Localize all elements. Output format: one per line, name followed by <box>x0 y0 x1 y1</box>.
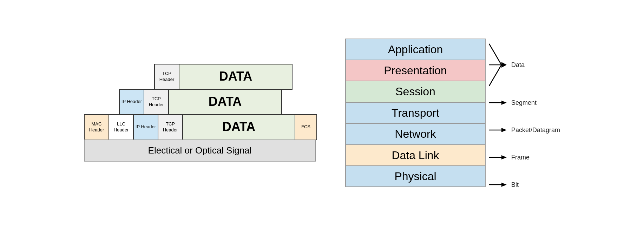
encapsulation-diagram: TCP Header DATA IP Header TCP Header DAT… <box>84 64 317 162</box>
data-label: Data <box>511 61 525 69</box>
svg-marker-11 <box>501 183 507 187</box>
segment-arrow-group: Segment <box>487 96 560 110</box>
data-arrow-group: Data <box>487 40 560 89</box>
segment-arrow-svg <box>487 96 508 110</box>
arrows-labels: Data Segment Packet/Datagram <box>487 27 560 198</box>
tcp-header-network: TCP Header <box>144 90 169 114</box>
packet-arrow-group: Packet/Datagram <box>487 123 560 137</box>
transport-row: TCP Header DATA <box>154 64 293 90</box>
layer-transport: Transport <box>345 102 486 124</box>
svg-marker-3 <box>501 62 507 68</box>
data-transport: DATA <box>179 64 292 89</box>
svg-marker-9 <box>501 155 507 159</box>
bit-arrow-svg <box>487 178 508 192</box>
signal-bar: Electical or Optical Signal <box>84 139 316 162</box>
svg-marker-7 <box>501 128 507 132</box>
layer-physical: Physical <box>345 165 486 187</box>
tcp-header-transport: TCP Header <box>155 64 179 89</box>
layer-application: Application <box>345 39 486 60</box>
segment-label: Segment <box>511 99 537 107</box>
data-network: DATA <box>169 90 281 114</box>
layer-network: Network <box>345 123 486 145</box>
data-datalink: DATA <box>183 115 295 139</box>
llc-header: LLC Header <box>109 115 134 139</box>
layer-presentation: Presentation <box>345 60 486 81</box>
osi-diagram: Application Presentation Session Transpo… <box>345 27 560 198</box>
bit-label: Bit <box>511 181 519 189</box>
frame-label: Frame <box>511 154 530 161</box>
datalink-row: MAC Header LLC Header IP Header TCP Head… <box>84 114 317 140</box>
data-arrow-svg <box>487 40 508 89</box>
packet-label: Packet/Datagram <box>511 127 560 134</box>
frame-arrow-svg <box>487 150 508 164</box>
svg-marker-5 <box>501 101 507 105</box>
main-container: TCP Header DATA IP Header TCP Header DAT… <box>70 20 574 205</box>
mac-header: MAC Header <box>85 115 109 139</box>
layer-session: Session <box>345 81 486 102</box>
osi-stack: Application Presentation Session Transpo… <box>345 39 486 187</box>
svg-line-2 <box>489 65 501 86</box>
network-row: IP Header TCP Header DATA <box>119 89 282 115</box>
frame-arrow-group: Frame <box>487 150 560 164</box>
fcs: FCS <box>295 115 316 139</box>
svg-line-0 <box>489 44 501 65</box>
bit-arrow-group: Bit <box>487 178 560 192</box>
ip-header-network: IP Header <box>120 90 144 114</box>
ip-header-datalink: IP Header <box>134 115 158 139</box>
layer-datalink: Data Link <box>345 144 486 166</box>
tcp-header-datalink: TCP Header <box>158 115 183 139</box>
packet-arrow-svg <box>487 123 508 137</box>
